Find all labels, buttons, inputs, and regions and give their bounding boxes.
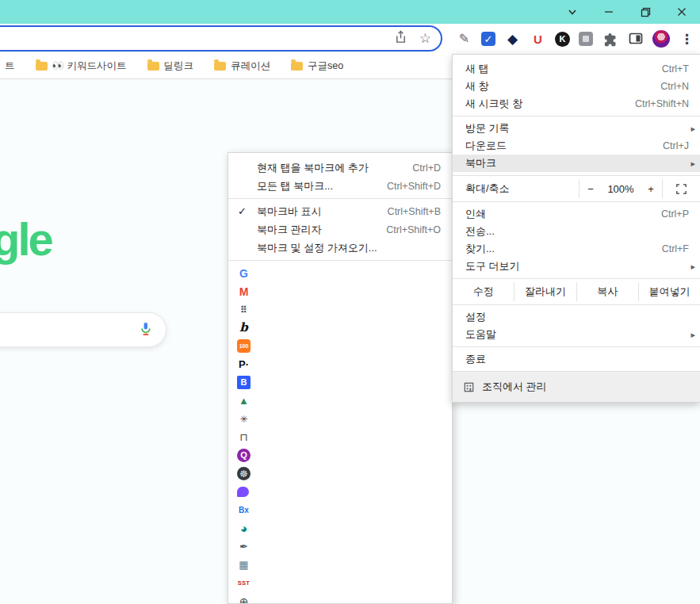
bookmark-item[interactable]: ◕ (228, 519, 452, 537)
script-b-favicon: b (237, 321, 251, 334)
menu-item-cast[interactable]: 전송... (453, 223, 700, 240)
paste-button[interactable]: 붙여넣기 (638, 282, 700, 301)
folder-icon (291, 62, 303, 71)
extensions-toolbar: ✎ ✓ ◆ U K ⋮ (456, 24, 695, 54)
menu-item-show-bookmarks-bar[interactable]: ✓ 북마크바 표시 Ctrl+Shift+B (228, 202, 452, 220)
bookmark-item[interactable]: SST (228, 574, 452, 592)
menu-separator (228, 198, 452, 199)
menu-item-new-incognito[interactable]: 새 시크릿 창 Ctrl+Shift+N (453, 95, 700, 113)
menu-separator (453, 201, 700, 202)
search-input[interactable] (0, 312, 166, 347)
bookmark-item[interactable]: M (228, 282, 452, 300)
menu-item-add-current-tab[interactable]: 현재 탭을 북마크에 추가 Ctrl+D (228, 159, 452, 177)
screenshot-extension-icon[interactable] (579, 32, 593, 46)
menu-item-downloads[interactable]: 다운로드 Ctrl+J (453, 137, 700, 155)
menu-item-managed-by-organization[interactable]: 조직에서 관리 (453, 372, 700, 402)
b-x-favicon: Bx (237, 503, 251, 517)
menu-item-zoom: 확대/축소 − 100% + (453, 179, 700, 198)
close-button[interactable] (664, 0, 700, 24)
bookmark-star-icon[interactable]: ☆ (419, 32, 431, 45)
tree-favicon: ▲ (237, 394, 251, 407)
b-square-favicon: B (237, 376, 251, 389)
bookmark-item[interactable]: ⊓ (228, 428, 452, 446)
bookmark-item[interactable]: ⠿ (228, 300, 452, 319)
bookmark-bar-folder-keywords[interactable]: 👀 키워드사이트 (36, 59, 127, 73)
extensions-puzzle-icon[interactable] (602, 31, 618, 48)
browser-toolbar: ☆ ✎ ✓ ◆ U K ⋮ (0, 24, 700, 54)
q-circle-favicon: Q (237, 449, 251, 462)
menu-item-new-window[interactable]: 새 창 Ctrl+N (453, 78, 700, 95)
menu-item-new-tab[interactable]: 새 탭 Ctrl+T (453, 60, 700, 78)
menu-item-import-bookmarks[interactable]: 북마크 및 설정 가져오기... (228, 239, 452, 257)
menu-item-bookmark-manager[interactable]: 북마크 관리자 Ctrl+Shift+O (228, 220, 452, 239)
menu-separator (228, 260, 452, 261)
bookmark-item[interactable]: b (228, 319, 452, 337)
menu-item-settings[interactable]: 설정 (453, 308, 700, 326)
submenu-arrow-icon: ▸ (686, 262, 695, 272)
close-icon (677, 7, 687, 17)
bookmark-item[interactable]: ⊕ (228, 592, 452, 604)
globe-favicon: ⊕ (237, 594, 251, 604)
hundred-badge-favicon: 100 (237, 339, 251, 353)
share-icon[interactable] (394, 30, 407, 47)
bookmark-item[interactable]: P· (228, 355, 452, 373)
zoom-in-button[interactable]: + (640, 183, 662, 195)
checkbox-extension-icon[interactable]: ✓ (481, 32, 495, 46)
edit-label: 수정 (453, 282, 514, 301)
menu-item-edit-row: 수정 잘라내기 복사 붙여넣기 (453, 282, 700, 301)
bookmark-bar-folder-deallink[interactable]: 딜링크 (147, 59, 194, 73)
bookmark-item[interactable]: Q (228, 446, 452, 464)
profile-avatar[interactable] (652, 30, 670, 48)
menu-item-bookmarks[interactable]: 북마크 ▸ (453, 155, 700, 172)
copy-button[interactable]: 복사 (576, 282, 638, 301)
menu-item-find[interactable]: 찾기... Ctrl+F (453, 240, 700, 258)
bookmark-bar-item-label: 👀 키워드사이트 (52, 59, 127, 73)
bookmark-item[interactable]: B (228, 373, 452, 392)
menu-kebab-icon[interactable]: ⋮ (679, 31, 695, 48)
menu-separator (453, 175, 700, 176)
checkmark-icon: ✓ (238, 205, 247, 217)
bookmark-item[interactable]: 100 (228, 337, 452, 355)
submenu-arrow-icon: ▸ (686, 159, 695, 169)
bookmark-bar-folder-curation[interactable]: 큐레이션 (214, 59, 270, 73)
side-panel-icon[interactable] (627, 31, 644, 48)
bookmark-item[interactable]: ▦ (228, 556, 452, 574)
cut-button[interactable]: 잘라내기 (514, 282, 576, 301)
bookmark-item[interactable]: ☸ (228, 464, 452, 483)
menu-item-exit[interactable]: 종료 (453, 350, 700, 368)
bookmark-bar-folder-googleseo[interactable]: 구글seo (291, 59, 343, 73)
submenu-arrow-icon: ▸ (686, 330, 695, 340)
pencil-extension-icon[interactable]: ✎ (456, 31, 472, 48)
fullscreen-button[interactable] (662, 179, 700, 198)
gmail-favicon: M (237, 285, 251, 298)
titlebar-chevron-button[interactable] (554, 0, 591, 24)
bookmark-item[interactable]: ✳ (228, 410, 452, 428)
menu-item-more-tools[interactable]: 도구 더보기 ▸ (453, 258, 700, 275)
menu-item-bookmark-all-tabs[interactable]: 모든 탭 북마크... Ctrl+Shift+D (228, 177, 452, 195)
ant-favicon: ✳ (237, 412, 251, 426)
submenu-arrow-icon: ▸ (686, 124, 695, 134)
u-extension-icon[interactable]: U (530, 31, 546, 48)
menu-item-print[interactable]: 인쇄 Ctrl+P (453, 205, 700, 223)
google-logo: gle (0, 212, 52, 266)
menu-item-history[interactable]: 방문 기록 ▸ (453, 120, 700, 137)
menu-separator (453, 304, 700, 305)
k-extension-icon[interactable]: K (555, 32, 570, 47)
microphone-icon[interactable] (138, 321, 153, 339)
bookmark-bar-item-partial[interactable]: 트 (5, 59, 15, 73)
shield-extension-icon[interactable]: ◆ (504, 31, 521, 48)
menu-item-help[interactable]: 도움말 ▸ (453, 326, 700, 343)
bookmark-item[interactable]: G (228, 264, 452, 282)
restore-button[interactable] (627, 0, 664, 24)
fullscreen-icon (676, 184, 687, 194)
pie-chart-favicon: ◕ (237, 522, 251, 535)
bookmark-item[interactable]: Bx (228, 501, 452, 519)
bookmark-item[interactable] (228, 483, 452, 501)
bookmark-item[interactable]: ▲ (228, 392, 452, 410)
address-bar[interactable]: ☆ (0, 25, 442, 52)
zoom-out-button[interactable]: − (580, 183, 602, 195)
bookmark-item[interactable]: ✒ (228, 537, 452, 556)
minimize-button[interactable] (591, 0, 627, 24)
screenshot-extension-inner (583, 36, 589, 42)
bookmark-bar-item-label: 트 (5, 59, 15, 73)
